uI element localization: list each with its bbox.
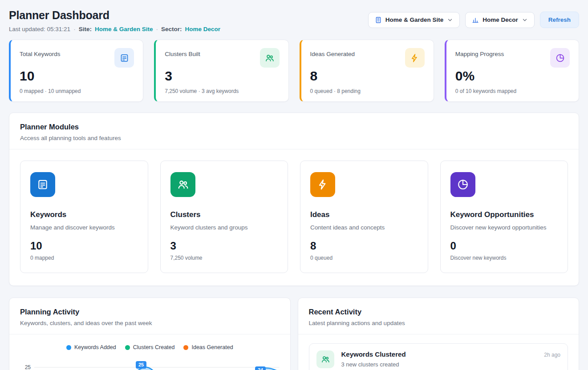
chevron-down-icon [447,17,453,23]
stat-value: 10 [20,68,134,84]
sector-selector-dropdown[interactable]: Home Decor [465,12,535,28]
stat-detail: 7,250 volume · 3 avg keywords [165,88,279,94]
recent-activity-list: Keywords Clustered 3 new clusters create… [298,334,579,370]
separator-dot: · [156,26,158,32]
module-description: Manage and discover keywords [30,224,138,231]
module-detail: 0 mapped [30,255,138,261]
separator-dot: · [73,26,76,32]
planner-modules-header: Planner Modules Access all planning tool… [9,113,579,149]
users-icon [170,172,195,197]
bolt-icon [405,48,425,68]
module-card-keyword-opportunities[interactable]: Keyword Opportunities Discover new keywo… [440,161,568,273]
legend-label: Ideas Generated [191,344,233,350]
stat-card-clusters-built: Clusters Built 3 7,250 volume · 3 avg ke… [154,40,288,102]
planning-activity-card: Planning Activity Keywords, clusters, an… [9,298,291,370]
legend-dot-blue [66,345,71,350]
activity-timestamp: 2h ago [544,350,560,358]
stat-card-total-keywords: Total Keywords 10 0 mapped · 10 unmapped [9,40,143,102]
module-description: Content ideas and concepts [310,224,418,231]
module-value: 8 [310,240,418,252]
legend-item-keywords-added[interactable]: Keywords Added [66,344,116,350]
sector-label: Sector: [161,26,182,32]
module-value: 0 [450,240,558,252]
refresh-button[interactable]: Refresh [540,12,579,28]
building-icon [375,16,382,24]
legend-item-ideas-generated[interactable]: Ideas Generated [183,344,233,350]
legend-item-clusters-created[interactable]: Clusters Created [125,344,175,350]
section-title: Planner Modules [20,123,568,131]
sector-selector-label: Home Decor [483,16,518,23]
stat-card-ideas-generated: Ideas Generated 8 0 queued · 8 pending [300,40,434,102]
module-card-ideas[interactable]: Ideas Content ideas and concepts 8 0 que… [300,161,428,273]
data-point-label: 24 [255,366,266,370]
module-detail: 0 queued [310,255,418,261]
users-icon [260,48,280,68]
stat-value: 0% [455,68,570,84]
y-axis-tick-label: 25 [20,360,34,370]
section-subtitle: Latest planning actions and updates [309,320,568,326]
document-icon [30,172,55,197]
planner-dashboard-page: Planner Dashboard Last updated: 05:31:21… [0,0,588,370]
module-value: 3 [170,240,278,252]
chart-plot-area: 25 25 24 [20,360,280,370]
section-title: Recent Activity [309,308,568,316]
sector-link[interactable]: Home Decor [185,26,220,32]
module-title: Ideas [310,210,418,219]
module-description: Discover new keyword opportunities [450,224,558,231]
legend-dot-green [125,345,130,350]
activity-description: 3 new clusters created [341,361,537,368]
site-label: Site: [79,26,92,32]
module-title: Keywords [30,210,138,219]
module-description: Keyword clusters and groups [170,224,278,231]
activity-title: Keywords Clustered [341,350,537,358]
site-link[interactable]: Home & Garden Site [95,26,153,32]
module-title: Clusters [170,210,278,219]
stat-label: Ideas Generated [310,48,355,57]
section-title: Planning Activity [20,308,280,316]
site-selector-label: Home & Garden Site [385,16,444,23]
last-updated-text: Last updated: 05:31:21 [9,26,70,32]
module-value: 10 [30,240,138,252]
activity-list-item: Keywords Clustered 3 new clusters create… [309,343,568,370]
legend-label: Clusters Created [133,344,175,350]
chart-legend: Keywords Added Clusters Created Ideas Ge… [20,344,280,350]
topbar-controls: Home & Garden Site Home Decor Refresh [368,9,579,28]
stat-label: Mapping Progress [455,48,504,57]
pie-chart-icon [450,172,475,197]
planning-activity-chart: Keywords Added Clusters Created Ideas Ge… [9,334,290,370]
stat-card-mapping-progress: Mapping Progress 0% 0 of 10 keywords map… [445,40,579,102]
module-detail: 7,250 volume [170,255,278,261]
module-card-keywords[interactable]: Keywords Manage and discover keywords 10… [20,161,148,273]
stats-grid: Total Keywords 10 0 mapped · 10 unmapped… [9,40,579,102]
site-selector-dropdown[interactable]: Home & Garden Site [368,12,460,28]
stat-label: Total Keywords [20,48,61,57]
activity-content: Keywords Clustered 3 new clusters create… [341,350,537,368]
module-title: Keyword Opportunities [450,210,558,219]
section-subtitle: Keywords, clusters, and ideas over the p… [20,320,280,326]
stat-value: 8 [310,68,425,84]
module-detail: Discover new keywords [450,255,558,261]
modules-grid: Keywords Manage and discover keywords 10… [9,149,579,286]
stat-detail: 0 queued · 8 pending [310,88,425,94]
bolt-icon [310,172,335,197]
topbar-left: Planner Dashboard Last updated: 05:31:21… [9,9,220,32]
stat-detail: 0 of 10 keywords mapped [455,88,570,94]
area-chart-svg [34,360,280,370]
data-point-label: 25 [136,361,146,369]
topbar: Planner Dashboard Last updated: 05:31:21… [9,9,579,32]
document-icon [114,48,134,68]
pie-chart-icon [550,48,570,68]
stat-label: Clusters Built [165,48,200,57]
recent-activity-card: Recent Activity Latest planning actions … [298,298,580,370]
module-card-clusters[interactable]: Clusters Keyword clusters and groups 3 7… [160,161,288,273]
chevron-down-icon [522,17,528,23]
recent-activity-header: Recent Activity Latest planning actions … [298,298,579,334]
page-meta: Last updated: 05:31:21 · Site: Home & Ga… [9,26,220,32]
page-title: Planner Dashboard [9,9,220,22]
stat-value: 3 [165,68,279,84]
area-chart: 25 24 [34,360,280,370]
users-icon [316,350,334,368]
planner-modules-card: Planner Modules Access all planning tool… [9,113,579,286]
section-subtitle: Access all planning tools and features [20,135,568,141]
bottom-row: Planning Activity Keywords, clusters, an… [9,298,579,370]
